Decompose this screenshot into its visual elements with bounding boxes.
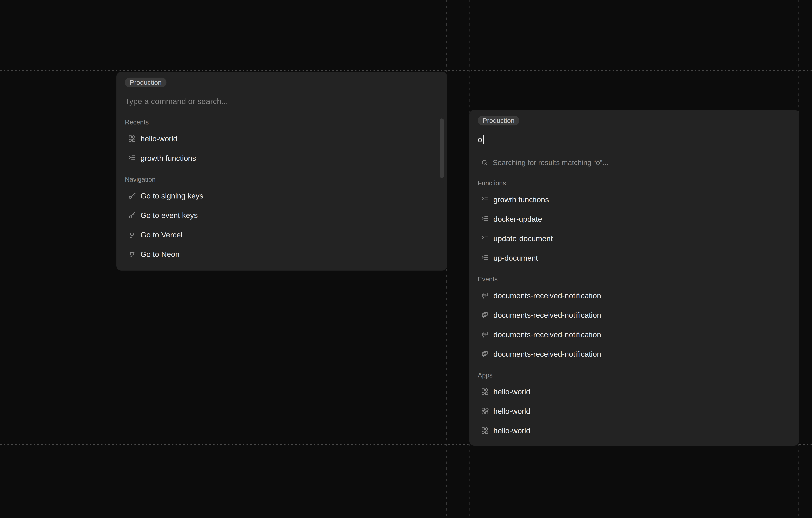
list-item-label: hello-world (493, 387, 530, 396)
list-item-label: Go to event keys (141, 211, 198, 220)
key-icon (128, 192, 136, 200)
plug-icon (128, 250, 136, 258)
command-search-input[interactable]: Type a command or search... (125, 95, 439, 107)
section-label-functions: Functions (478, 176, 790, 190)
list-item-label: documents-received-notification (493, 291, 601, 300)
list-item[interactable]: documents-received-notification (478, 305, 790, 325)
list-item[interactable]: documents-received-notification (478, 344, 790, 364)
results-list: Searching for results matching “o”... Fu… (469, 151, 799, 446)
list-item[interactable]: up-document (478, 248, 790, 268)
event-icon (481, 292, 489, 299)
guide-line-horizontal-top (0, 70, 812, 71)
command-palette-left: Production Type a command or search... R… (116, 72, 447, 271)
environment-badge[interactable]: Production (478, 116, 519, 125)
list-item-label: documents-received-notification (493, 311, 601, 319)
search-placeholder-text: Type a command or search... (125, 97, 228, 106)
list-item[interactable]: documents-received-notification (478, 325, 790, 344)
apps-icon (481, 427, 489, 434)
list-item[interactable]: docker-update (478, 209, 790, 228)
function-icon (481, 215, 489, 223)
list-item-label: documents-received-notification (493, 349, 601, 359)
list-item-label: Go to Vercel (141, 230, 182, 239)
list-item-label: up-document (493, 253, 538, 263)
plug-icon (128, 231, 136, 239)
list-item[interactable]: Go to signing keys (125, 186, 439, 206)
environment-badge[interactable]: Production (125, 78, 167, 87)
list-item[interactable]: hello-world (478, 401, 790, 421)
list-item[interactable]: Go to Neon (125, 244, 439, 264)
function-icon (481, 195, 489, 203)
search-status-text: Searching for results matching “o”... (493, 158, 609, 167)
list-item[interactable]: growth functions (478, 190, 790, 209)
event-icon (481, 350, 489, 358)
list-item-label: hello-world (493, 426, 530, 435)
apps-icon (481, 388, 489, 395)
list-item[interactable]: Go to event keys (125, 206, 439, 225)
search-status-row: Searching for results matching “o”... (478, 154, 790, 172)
list-item-label: hello-world (141, 134, 177, 143)
palette-header: Production Type a command or search... (116, 72, 447, 107)
list-item-label: hello-world (493, 407, 530, 416)
results-list: Recents hello-world growth functions Nav… (116, 113, 447, 270)
list-item[interactable]: hello-world (478, 382, 790, 401)
command-search-input[interactable]: o (478, 133, 790, 145)
function-icon (128, 154, 136, 162)
list-item-label: growth functions (141, 154, 196, 162)
list-item[interactable]: growth functions (125, 148, 439, 168)
event-icon (481, 311, 489, 319)
palette-header: Production o (469, 110, 799, 145)
list-item-label: docker-update (493, 215, 542, 223)
list-item-label: Go to signing keys (141, 191, 203, 200)
list-item-label: growth functions (493, 195, 549, 204)
scrollbar-thumb[interactable] (440, 119, 444, 178)
list-item-label: documents-received-notification (493, 330, 601, 339)
search-icon (481, 159, 488, 166)
search-query-text: o (478, 135, 482, 144)
section-label-recents: Recents (125, 116, 439, 129)
section-label-apps: Apps (478, 369, 790, 382)
list-item[interactable]: documents-received-notification (478, 286, 790, 305)
list-item-label: Go to Neon (141, 250, 179, 259)
section-label-events: Events (478, 272, 790, 286)
apps-icon (481, 407, 489, 415)
event-icon (481, 331, 489, 338)
function-icon (481, 254, 489, 262)
list-item[interactable]: Go to Vercel (125, 225, 439, 244)
apps-icon (128, 135, 136, 143)
list-item[interactable]: update-document (478, 228, 790, 248)
list-item[interactable]: hello-world (478, 421, 790, 440)
function-icon (481, 235, 489, 242)
list-item[interactable]: hello-world (125, 129, 439, 148)
list-item-label: update-document (493, 234, 553, 243)
command-palette-right: Production o Searching for results match… (469, 110, 799, 446)
page-canvas: Production Type a command or search... R… (0, 0, 812, 518)
key-icon (128, 211, 136, 219)
text-cursor (483, 135, 484, 144)
section-label-navigation: Navigation (125, 173, 439, 186)
